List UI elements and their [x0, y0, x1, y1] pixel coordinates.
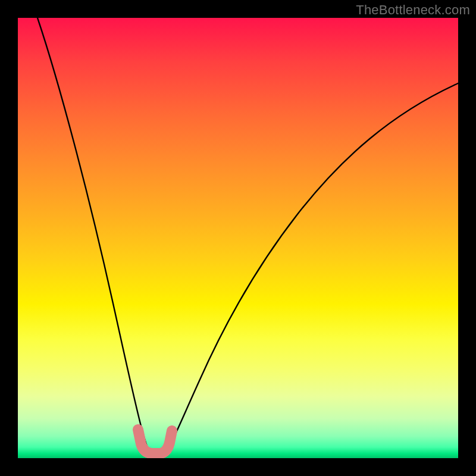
bottleneck-curve — [37, 18, 458, 458]
watermark-label: TheBottleneck.com — [356, 2, 470, 18]
chart-frame: TheBottleneck.com — [0, 0, 476, 476]
highlight-trough — [138, 430, 172, 453]
plot-area — [18, 18, 458, 458]
chart-svg — [18, 18, 458, 458]
